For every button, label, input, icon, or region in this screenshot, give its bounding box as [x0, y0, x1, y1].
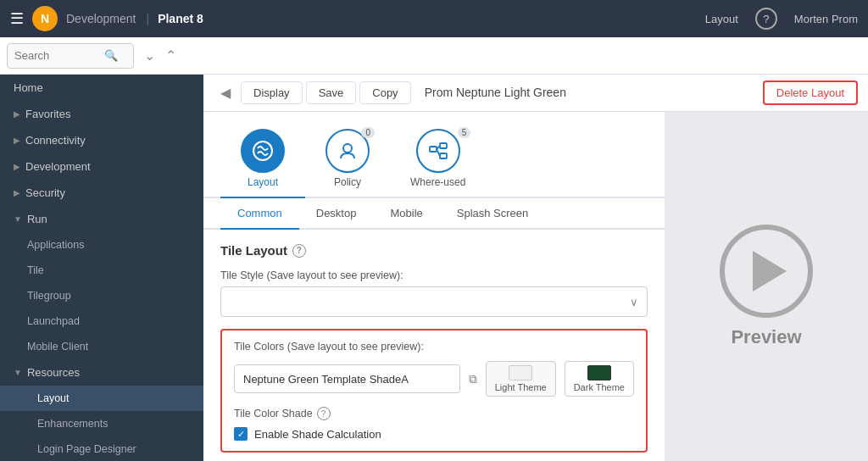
sidebar-home-label: Home	[14, 81, 43, 94]
sidebar-item-favorites[interactable]: ▶ Favorites	[0, 101, 203, 127]
resources-arrow-icon: ▼	[14, 368, 22, 377]
sub-tab-desktop[interactable]: Desktop	[299, 198, 374, 228]
enable-shade-row: ✓ Enable Shade Calculation	[234, 427, 634, 441]
back-button[interactable]: ◀	[214, 81, 237, 104]
svg-point-1	[343, 144, 352, 153]
copy-button[interactable]: Copy	[359, 81, 410, 104]
icon-tabs: Layout Policy 0	[203, 112, 665, 198]
sidebar-item-mobile-client[interactable]: Mobile Client	[0, 334, 203, 359]
security-arrow-icon: ▶	[14, 188, 20, 197]
sidebar-item-run[interactable]: ▼ Run	[0, 206, 203, 232]
policy-badge: 0	[361, 127, 375, 138]
svg-line-6	[437, 149, 440, 156]
sidebar-item-layout[interactable]: Layout	[0, 386, 203, 411]
enable-shade-label: Enable Shade Calculation	[254, 428, 381, 441]
search-input[interactable]	[14, 49, 99, 62]
sub-tab-mobile[interactable]: Mobile	[373, 198, 439, 228]
sidebar-applications-label: Applications	[27, 239, 84, 251]
light-theme-label: Light Theme	[495, 382, 547, 392]
top-nav-right: Layout ? Morten Prom	[705, 8, 858, 30]
sidebar-security-label: Security	[25, 186, 65, 199]
where-used-tab-icon	[416, 129, 460, 173]
sidebar-resources-label: Resources	[27, 366, 80, 379]
light-theme-color-swatch	[509, 365, 532, 380]
where-used-tab-label: Where-used	[410, 176, 465, 188]
sidebar-item-home[interactable]: Home	[0, 75, 203, 101]
search-box[interactable]: 🔍	[7, 43, 134, 69]
content-toolbar: ◀ Display Save Copy Prom Neptune Light G…	[203, 75, 868, 112]
preview-label: Preview	[731, 326, 801, 348]
sidebar-item-connectivity[interactable]: ▶ Connectivity	[0, 127, 203, 153]
hamburger-icon[interactable]: ☰	[10, 9, 24, 28]
layout-title: Prom Neptune Light Green	[415, 75, 760, 112]
checkmark-icon: ✓	[237, 429, 245, 440]
app-logo: N	[32, 6, 58, 31]
tile-style-select[interactable]: ∨	[220, 286, 648, 317]
sidebar-item-login-page-designer[interactable]: Login Page Designer	[0, 436, 203, 461]
content-left-panel: Layout Policy 0	[203, 112, 665, 461]
sidebar-connectivity-label: Connectivity	[25, 134, 86, 147]
main-layout: Home ▶ Favorites ▶ Connectivity ▶ Develo…	[0, 75, 868, 461]
connectivity-arrow-icon: ▶	[14, 136, 20, 145]
save-button[interactable]: Save	[306, 81, 357, 104]
layout-tab-icon	[241, 129, 285, 173]
tile-color-shade-label: Tile Color Shade ?	[234, 407, 634, 420]
sidebar-tilegroup-label: Tilegroup	[27, 290, 71, 302]
copy-color-icon[interactable]: ⧉	[469, 372, 477, 386]
user-name[interactable]: Morten Prom	[794, 13, 858, 25]
tab-layout[interactable]: Layout	[220, 122, 305, 197]
dark-theme-button[interactable]: Dark Theme	[565, 361, 634, 397]
sidebar-item-tile[interactable]: Tile	[0, 258, 203, 283]
shade-help-icon[interactable]: ?	[317, 407, 331, 420]
sub-tab-common[interactable]: Common	[220, 198, 299, 228]
favorites-arrow-icon: ▶	[14, 109, 20, 119]
sidebar-item-launchpad[interactable]: Launchpad	[0, 308, 203, 334]
content-area: Layout Policy 0	[203, 112, 868, 461]
brand-label: Development	[66, 12, 136, 25]
sidebar-mobile-client-label: Mobile Client	[27, 341, 88, 353]
development-arrow-icon: ▶	[14, 162, 20, 171]
preview-play-button[interactable]	[720, 225, 813, 318]
layout-link[interactable]: Layout	[705, 13, 738, 25]
tab-policy[interactable]: Policy 0	[305, 122, 390, 197]
light-theme-button[interactable]: Light Theme	[486, 361, 556, 397]
svg-rect-3	[440, 143, 447, 148]
sidebar-item-applications[interactable]: Applications	[0, 232, 203, 258]
run-arrow-icon: ▼	[14, 214, 22, 224]
sidebar-item-security[interactable]: ▶ Security	[0, 180, 203, 206]
sidebar-login-page-designer-label: Login Page Designer	[37, 443, 136, 455]
chevron-buttons: ⌄ ⌃	[141, 46, 180, 65]
sidebar-enhancements-label: Enhancements	[37, 418, 108, 430]
svg-point-0	[253, 142, 272, 160]
tile-layout-help-icon[interactable]: ?	[292, 244, 306, 258]
chevron-down-icon[interactable]: ⌄	[141, 46, 159, 65]
app-name: Planet 8	[158, 12, 203, 25]
sidebar-item-resources[interactable]: ▼ Resources	[0, 359, 203, 386]
help-button[interactable]: ?	[755, 8, 777, 30]
delete-layout-button[interactable]: Delete Layout	[763, 81, 858, 105]
svg-rect-4	[440, 153, 447, 158]
play-triangle-icon	[753, 251, 787, 292]
enable-shade-checkbox[interactable]: ✓	[234, 427, 248, 441]
top-nav: ☰ N Development | Planet 8 Layout ? Mort…	[0, 0, 868, 37]
tab-where-used[interactable]: Where-used 5	[390, 122, 486, 197]
sub-tab-splash-screen[interactable]: Splash Screen	[440, 198, 546, 228]
select-chevron-icon: ∨	[630, 296, 638, 308]
sidebar-layout-label: Layout	[37, 392, 70, 404]
sidebar-item-development[interactable]: ▶ Development	[0, 153, 203, 180]
tile-color-row: Neptune Green Template ShadeA ⧉ Light Th…	[234, 361, 634, 397]
tile-color-name: Neptune Green Template ShadeA	[234, 364, 460, 393]
preview-pane: Preview	[665, 112, 868, 461]
sidebar-item-tilegroup[interactable]: Tilegroup	[0, 283, 203, 308]
sidebar: Home ▶ Favorites ▶ Connectivity ▶ Develo…	[0, 75, 203, 461]
sub-tabs: Common Desktop Mobile Splash Screen	[203, 198, 665, 230]
sidebar-run-label: Run	[27, 213, 47, 225]
brand-separator: |	[147, 12, 150, 25]
layout-tab-label: Layout	[248, 176, 278, 188]
policy-tab-label: Policy	[334, 176, 361, 188]
sidebar-item-enhancements[interactable]: Enhancements	[0, 411, 203, 436]
sidebar-favorites-label: Favorites	[25, 108, 70, 120]
chevron-up-icon[interactable]: ⌃	[162, 46, 180, 65]
display-button[interactable]: Display	[241, 81, 303, 104]
svg-rect-2	[430, 147, 437, 152]
